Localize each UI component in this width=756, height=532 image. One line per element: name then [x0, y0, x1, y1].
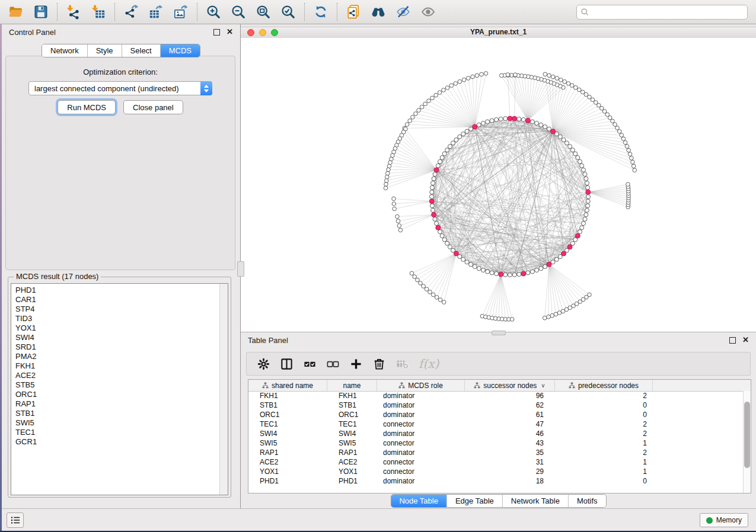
network-node[interactable]: [486, 120, 490, 124]
network-leaf-node[interactable]: [410, 271, 414, 275]
network-leaf-node[interactable]: [388, 161, 393, 165]
network-node[interactable]: [543, 125, 547, 129]
network-leaf-node[interactable]: [425, 287, 429, 291]
network-node[interactable]: [521, 118, 525, 122]
tab-network[interactable]: Network: [42, 44, 88, 57]
network-node[interactable]: [461, 132, 465, 136]
network-leaf-node[interactable]: [588, 293, 592, 297]
network-node[interactable]: [586, 199, 590, 203]
network-node[interactable]: [580, 164, 584, 168]
network-node[interactable]: [582, 168, 586, 172]
network-node[interactable]: [435, 222, 439, 226]
table-row-STB1[interactable]: STB1STB1dominator620: [248, 400, 744, 410]
network-leaf-node[interactable]: [631, 160, 635, 164]
network-node[interactable]: [585, 208, 589, 212]
network-node[interactable]: [445, 148, 449, 152]
close-table-panel-icon[interactable]: ✕: [742, 337, 749, 343]
deselect-all-icon[interactable]: [326, 357, 340, 371]
search-box[interactable]: [576, 5, 748, 20]
network-node[interactable]: [438, 230, 442, 234]
delete-row-icon[interactable]: [372, 357, 386, 371]
network-node[interactable]: [539, 123, 543, 127]
network-graph[interactable]: [241, 38, 756, 332]
optimization-criterion-dropdown[interactable]: largest connected component (undirected): [28, 81, 212, 95]
network-leaf-node[interactable]: [475, 73, 479, 78]
network-node[interactable]: [517, 117, 521, 121]
network-leaf-node[interactable]: [547, 73, 551, 78]
network-leaf-node[interactable]: [627, 148, 631, 152]
network-node[interactable]: [517, 273, 521, 277]
zoom-selected-icon[interactable]: [280, 4, 296, 20]
network-leaf-node[interactable]: [431, 293, 435, 297]
network-node[interactable]: [530, 270, 534, 274]
network-node[interactable]: [461, 257, 465, 261]
network-node[interactable]: [530, 120, 534, 124]
network-leaf-node[interactable]: [385, 175, 389, 179]
network-leaf-node[interactable]: [445, 86, 449, 90]
network-node[interactable]: [562, 138, 566, 142]
network-node[interactable]: [583, 172, 587, 177]
network-leaf-node[interactable]: [605, 113, 610, 117]
network-node[interactable]: [473, 265, 477, 269]
network-node[interactable]: [430, 195, 434, 199]
network-node[interactable]: [442, 152, 446, 156]
add-row-icon[interactable]: [349, 357, 363, 371]
network-node[interactable]: [503, 117, 508, 121]
network-node[interactable]: [465, 129, 469, 133]
mcds-result-item[interactable]: FKH1: [11, 361, 219, 371]
network-leaf-node[interactable]: [471, 75, 475, 79]
network-leaf-node[interactable]: [633, 168, 637, 172]
network-leaf-node[interactable]: [631, 164, 636, 168]
network-hub-node[interactable]: [567, 245, 572, 249]
mcds-result-item[interactable]: TID3: [11, 314, 219, 323]
column-header-MCDS-role[interactable]: MCDS role: [377, 380, 465, 391]
network-leaf-node[interactable]: [395, 214, 400, 219]
close-panel-icon[interactable]: ✕: [227, 29, 233, 35]
network-leaf-node[interactable]: [384, 186, 388, 190]
network-leaf-node[interactable]: [435, 296, 439, 300]
tab-motifs[interactable]: Motifs: [569, 495, 606, 507]
mcds-result-item[interactable]: YOX1: [11, 323, 219, 333]
network-node[interactable]: [584, 177, 588, 181]
network-hub-node[interactable]: [512, 116, 517, 121]
network-node[interactable]: [433, 217, 437, 221]
tab-network-table[interactable]: Network Table: [503, 495, 569, 507]
show-all-icon[interactable]: [420, 4, 436, 20]
network-leaf-node[interactable]: [620, 133, 624, 137]
network-node[interactable]: [458, 134, 462, 139]
network-leaf-node[interactable]: [513, 73, 518, 77]
mcds-result-item[interactable]: SWI4: [11, 333, 219, 342]
export-image-icon[interactable]: [173, 4, 189, 20]
network-node[interactable]: [477, 267, 481, 271]
network-leaf-node[interactable]: [484, 72, 488, 76]
network-node[interactable]: [448, 145, 452, 149]
horizontal-splitter-grip[interactable]: [492, 331, 506, 335]
network-leaf-node[interactable]: [630, 156, 634, 161]
mcds-result-item[interactable]: STB5: [11, 380, 219, 390]
network-node[interactable]: [454, 138, 458, 142]
column-header-successor-nodes[interactable]: successor nodes∨: [465, 380, 555, 391]
tab-style[interactable]: Style: [88, 44, 122, 57]
show-columns-icon[interactable]: [280, 357, 294, 371]
mcds-result-item[interactable]: STB1: [11, 409, 219, 418]
network-node[interactable]: [490, 271, 494, 275]
network-canvas[interactable]: [241, 38, 756, 332]
network-leaf-node[interactable]: [449, 84, 454, 88]
network-leaf-node[interactable]: [626, 182, 630, 187]
network-leaf-node[interactable]: [417, 108, 421, 113]
import-network-icon[interactable]: [66, 4, 81, 20]
run-mcds-button[interactable]: Run MCDS: [58, 100, 116, 114]
network-leaf-node[interactable]: [387, 164, 391, 168]
network-leaf-node[interactable]: [506, 73, 510, 77]
network-node[interactable]: [584, 213, 588, 217]
network-node[interactable]: [582, 222, 586, 226]
network-leaf-node[interactable]: [458, 79, 462, 84]
network-node[interactable]: [578, 230, 582, 234]
network-leaf-node[interactable]: [413, 275, 417, 279]
network-node[interactable]: [568, 145, 572, 149]
network-leaf-node[interactable]: [442, 88, 446, 92]
refresh-icon[interactable]: [313, 4, 328, 20]
network-node[interactable]: [586, 204, 590, 208]
network-node[interactable]: [539, 267, 543, 271]
mcds-result-item[interactable]: CAR1: [11, 295, 219, 305]
